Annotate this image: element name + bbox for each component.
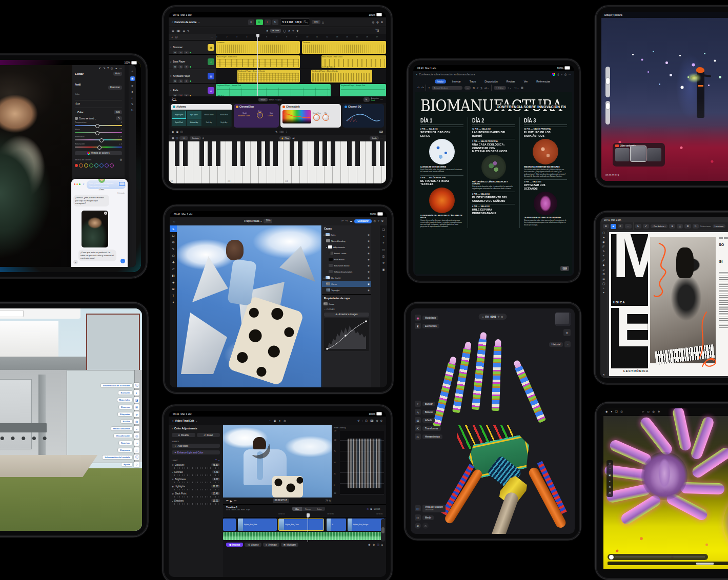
tools-button[interactable]: ✂Herramientas bbox=[415, 433, 442, 440]
clip-selected[interactable]: Skyline_Blue_Close bbox=[278, 519, 324, 531]
playhead[interactable] bbox=[257, 34, 258, 96]
section-view-button[interactable]: ◫ Vista de secciónDesactivado bbox=[415, 505, 446, 513]
filters-icon[interactable]: ⌗ bbox=[383, 242, 385, 244]
outliner-button[interactable]: Esquema☰ bbox=[63, 447, 139, 453]
color-dot-magenta[interactable] bbox=[110, 163, 114, 168]
eye-icon[interactable]: ◉ bbox=[368, 252, 370, 255]
paint-canvas[interactable]: Libro animado 00:00:03.019 bbox=[601, 18, 728, 181]
close-dot[interactable] bbox=[74, 183, 75, 185]
doc-name[interactable]: Fragmentada ⌄ bbox=[244, 219, 262, 222]
like-icon[interactable]: ♠ bbox=[611, 410, 612, 413]
help-icon[interactable]: ? bbox=[378, 220, 379, 222]
camera-icon[interactable]: ◎ bbox=[653, 410, 655, 413]
record-take-icon[interactable]: ◉ bbox=[172, 131, 174, 133]
region-pads-b[interactable]: Keyboard Player - Simple Pad bbox=[340, 84, 386, 97]
view-regions-icon[interactable]: ▦ bbox=[176, 30, 181, 32]
count-in-button[interactable]: 1234 bbox=[312, 20, 320, 24]
camera-icon[interactable]: ▣ bbox=[274, 420, 276, 422]
frame-thumb[interactable] bbox=[615, 148, 630, 161]
back-icon[interactable]: ‹ bbox=[416, 73, 417, 76]
arp-icon[interactable]: ⇶ bbox=[292, 137, 294, 139]
multicam-button[interactable]: ⊞ Multicam bbox=[281, 543, 298, 547]
doc-pill[interactable]: ⌂ RH_0003 ◎ ⊖ bbox=[479, 314, 507, 320]
hide-icon[interactable]: ⊘ bbox=[415, 523, 421, 529]
settings-icon[interactable]: ⚙ bbox=[381, 21, 383, 24]
textstyle-button[interactable]: aA ⌄ bbox=[484, 87, 489, 89]
play-icon[interactable]: ▷ bbox=[642, 410, 644, 413]
poster-canvas[interactable]: M ÚSICA E LECTRÓNICA bbox=[609, 232, 728, 376]
zoom-percent[interactable]: 74 % bbox=[326, 500, 331, 502]
menu-icon[interactable]: ≡ bbox=[618, 224, 623, 229]
back-icon[interactable]: ‹ bbox=[172, 20, 173, 24]
avatar[interactable] bbox=[98, 179, 105, 183]
measure-button[interactable]: ⚏Medir bbox=[415, 514, 446, 521]
heal-icon[interactable]: ✧ bbox=[131, 70, 133, 73]
search-icon[interactable]: ⌕ bbox=[561, 73, 562, 76]
inspect-button[interactable]: ◨ Inspect bbox=[226, 543, 243, 547]
tab-referencias[interactable]: Referencias bbox=[534, 79, 553, 84]
region-drummer-b[interactable]: Drummer bbox=[302, 41, 386, 54]
cycle-tool-icon[interactable]: ◯ bbox=[283, 30, 286, 32]
fill-tool[interactable]: ◈ bbox=[170, 279, 177, 285]
node-icon[interactable]: ⊡ bbox=[609, 492, 611, 495]
solo-button[interactable]: S bbox=[178, 51, 183, 54]
brush-icon[interactable]: ✎ bbox=[131, 103, 133, 106]
share-icon[interactable]: ⎙ bbox=[111, 67, 113, 70]
color-dot-blue[interactable] bbox=[99, 163, 104, 168]
slider-saturacion[interactable]: Saturación+ 2 bbox=[75, 142, 122, 149]
font-size-stepper[interactable]: — bbox=[464, 86, 471, 90]
adjust-icon[interactable]: ≋ bbox=[131, 85, 133, 87]
connect-icon[interactable]: ⧉ bbox=[370, 508, 372, 510]
browse-button[interactable]: Examinar bbox=[108, 86, 122, 90]
slider-highlights[interactable]: ◉Highlights11.27 bbox=[172, 485, 220, 490]
track-header-keys[interactable]: 3 Keyboard Player M S R ▤ bbox=[169, 69, 216, 84]
layer-row[interactable]: Blue match◉ bbox=[322, 256, 371, 262]
tab-sends[interactable]: Sends bbox=[269, 98, 274, 101]
timeline-zoom-slider[interactable] bbox=[381, 519, 385, 542]
eye-icon[interactable]: ◉ bbox=[368, 271, 370, 273]
color-mix-button[interactable]: Mezcla de colores bbox=[75, 151, 122, 155]
redo-icon[interactable]: ↷ bbox=[346, 220, 348, 222]
loop-tool-icon[interactable]: ↺ bbox=[266, 30, 268, 32]
color-tool[interactable]: ◉ bbox=[602, 241, 604, 243]
versions-icon[interactable]: ↻ bbox=[131, 109, 133, 112]
octave-down[interactable]: ‹ bbox=[181, 137, 182, 140]
layer-row[interactable]: Noise blending◉ bbox=[322, 238, 371, 244]
shadows-button[interactable]: Sombras◐ bbox=[63, 390, 139, 396]
back-icon[interactable]: ‹ bbox=[172, 427, 173, 430]
color-section[interactable]: ⌄ Color bbox=[75, 111, 84, 114]
max-dot[interactable] bbox=[79, 183, 80, 185]
layers-icon[interactable]: ❏ bbox=[382, 229, 385, 231]
region-bass-b[interactable]: Bass Player - Indie Disco Dm C Am G Dm C bbox=[321, 55, 386, 68]
wb-icon[interactable] bbox=[75, 117, 78, 120]
region-keys-a[interactable]: Keyboard Player - Broken Chords bbox=[237, 70, 300, 82]
crop-tool[interactable]: ⊡ bbox=[602, 273, 604, 276]
home-icon[interactable]: ⌂ bbox=[173, 220, 175, 223]
color-dot-yellow[interactable] bbox=[84, 163, 88, 168]
preset-cell[interactable]: Bright Synth bbox=[172, 111, 186, 119]
scopes-icon[interactable]: ⊕ bbox=[376, 420, 378, 422]
photo-attachment[interactable]: ✕ bbox=[82, 211, 108, 247]
brush-tool[interactable]: ✎ bbox=[170, 245, 177, 252]
collapse-icon[interactable]: ⌄ bbox=[218, 459, 220, 462]
viewer-icon[interactable]: 🖼 bbox=[370, 420, 374, 422]
fade-tool-icon[interactable]: ⇹ bbox=[292, 30, 294, 32]
more-icon[interactable]: ⋯ bbox=[380, 98, 383, 101]
mute-button[interactable]: M bbox=[173, 51, 177, 54]
cloud-icon[interactable]: ☁ bbox=[115, 67, 117, 70]
keys-mode-icon[interactable]: ☼ bbox=[279, 131, 284, 133]
color-dot-red[interactable] bbox=[75, 164, 78, 167]
type-tool[interactable]: T bbox=[170, 292, 177, 299]
underline-button[interactable]: S bbox=[480, 87, 482, 90]
library-icon[interactable]: ▣ bbox=[176, 131, 178, 133]
slider-temperatura[interactable]: Temperatura0 bbox=[75, 121, 122, 128]
undo-icon[interactable]: ↶ bbox=[341, 220, 343, 222]
curves-section[interactable]: ⌄ CURVAS bbox=[322, 307, 371, 312]
cursor-icon[interactable]: ➤ bbox=[635, 224, 641, 229]
info-icon[interactable]: ⓘ bbox=[382, 255, 385, 258]
undo-icon[interactable]: ↶ bbox=[99, 67, 101, 70]
eye-icon[interactable]: ◉ bbox=[368, 289, 370, 292]
track-header-bass[interactable]: 2 Bass Player M S R ♪ bbox=[169, 55, 216, 69]
dropper-tool[interactable]: ✦ bbox=[602, 292, 604, 294]
plugin-channeleq[interactable]: Channel EQ bbox=[342, 104, 384, 128]
